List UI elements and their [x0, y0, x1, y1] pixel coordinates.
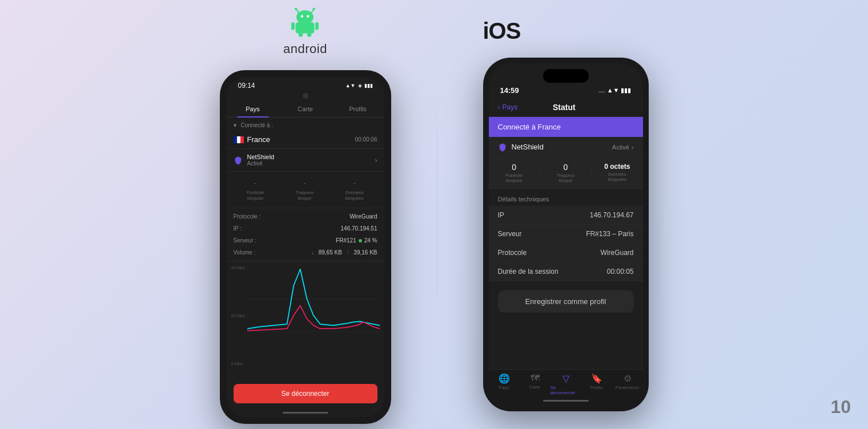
version-badge: 10: [830, 396, 851, 418]
svg-rect-10: [299, 33, 303, 37]
server-value: FR#121 24 %: [336, 237, 377, 244]
ios-session-value: 00:00:05: [607, 268, 634, 276]
android-disconnect-button[interactable]: Se déconnecter: [234, 384, 377, 403]
android-time: 09:14: [238, 82, 255, 90]
ios-stat-data: 0 octets Donnéesbloquées: [592, 163, 642, 184]
ios-netshield-left: NetShield: [498, 143, 544, 152]
server-row: Serveur : FR#121 24 %: [227, 234, 384, 246]
y-label-bot: 0 KB/s: [231, 362, 246, 366]
android-stats-row: - Publicitébloquée - Traqueurbloqué - Do…: [227, 172, 384, 208]
arrow-right-icon: ›: [375, 156, 377, 164]
android-chart: 40 KB/s 20 KB/s 0 KB/s: [227, 261, 384, 379]
shield-icon: [234, 156, 243, 165]
android-status-bar: 09:14 ▲▼ ◈ ▮▮▮: [227, 77, 384, 92]
android-home-indicator: [227, 408, 384, 417]
protocol-row: Protocole : WireGuard: [227, 211, 384, 222]
ios-ip-label: IP: [498, 211, 504, 219]
android-tabs[interactable]: Pays Carte Profils: [227, 101, 384, 118]
ios-connected-banner: Connecté à France: [489, 117, 643, 137]
ios-status-bar: 14:59 .... ▲▼ ▮▮▮: [489, 85, 643, 98]
tab-pays-android[interactable]: Pays: [227, 101, 279, 117]
france-flag-icon: [234, 136, 244, 143]
ios-protocol-value: WireGuard: [600, 249, 633, 257]
android-netshield-row[interactable]: NetShield Activé ›: [227, 148, 384, 172]
tab-settings-label: Paramètres: [616, 385, 639, 390]
volume-value: ↓ 89,65 KB ↑ 39,16 KB: [311, 249, 377, 256]
protocol-label: Protocole :: [234, 213, 261, 220]
ios-section: iOS 14:59 .... ▲▼ ▮▮▮ ‹ Pays Statut: [483, 18, 649, 411]
tab-profils-ios[interactable]: 🔖 Profils: [581, 373, 612, 395]
volume-down: 89,65 KB: [319, 249, 342, 256]
svg-point-6: [307, 15, 310, 18]
tab-settings-ios[interactable]: ⚙ Paramètres: [612, 373, 643, 395]
shield-icon-ios: [498, 143, 507, 152]
y-label-mid: 20 KB/s: [231, 314, 246, 318]
android-camera-area: [227, 92, 384, 101]
ios-detail-protocol: Protocole WireGuard: [489, 244, 643, 262]
tab-pays-ios[interactable]: 🌐 Pays: [489, 373, 520, 395]
ios-nav-header: ‹ Pays Statut: [489, 98, 643, 117]
ios-netshield-title: NetShield: [512, 143, 544, 151]
ios-save-profile-button[interactable]: Enregistrer comme profil: [498, 290, 634, 313]
stat-data-label: Donnéesbloquées: [345, 190, 364, 201]
ios-time: 14:59: [500, 86, 519, 95]
ios-server-label: Serveur: [498, 230, 522, 238]
y-label-top: 40 KB/s: [231, 266, 246, 270]
server-load-indicator: [359, 239, 362, 242]
ip-value: 146.70.194.51: [341, 225, 377, 232]
svg-point-1: [295, 8, 298, 11]
svg-point-4: [296, 10, 314, 24]
ios-home-indicator-bar: [543, 400, 589, 402]
ios-logo-area: iOS: [483, 18, 649, 44]
ios-tab-bar[interactable]: 🌐 Pays 🗺 Carte ▽ Se déconnecter 🔖 Profil…: [489, 369, 643, 396]
chart-svg: [247, 266, 380, 332]
ios-home-bar: [489, 396, 643, 406]
bookmark-icon: 🔖: [591, 373, 602, 384]
ios-netshield-right: Activé ›: [612, 144, 634, 151]
map-icon: 🗺: [531, 373, 540, 383]
ios-protocol-label: Protocole: [498, 249, 527, 257]
netshield-status-android: Activé: [247, 160, 275, 167]
ios-stat-trackers-value: 0: [564, 163, 568, 172]
ip-label: IP :: [234, 225, 242, 232]
ios-dynamic-island: [489, 63, 643, 85]
ios-status-icons: .... ▲▼ ▮▮▮: [598, 87, 631, 94]
globe-icon: 🌐: [499, 373, 510, 384]
ios-netshield-row[interactable]: NetShield Activé ›: [489, 137, 643, 158]
ios-server-value: FR#133 – Paris: [586, 230, 633, 238]
chevron-left-icon: ‹: [498, 103, 500, 111]
stat-trackers-android: - Traqueurbloqué: [295, 179, 314, 201]
svg-rect-8: [291, 22, 295, 30]
tab-disconnect-ios[interactable]: ▽ Se déconnecter: [550, 373, 581, 395]
tab-carte-android[interactable]: Carte: [279, 101, 332, 117]
netshield-info: NetShield Activé: [247, 153, 275, 167]
svg-rect-9: [315, 22, 319, 30]
svg-rect-11: [307, 33, 312, 37]
tab-profils-android[interactable]: Profils: [332, 101, 384, 117]
android-connected-section: ▾ Connecté à :: [227, 118, 384, 133]
android-status-icons: ▲▼ ◈ ▮▮▮: [345, 83, 373, 88]
ios-detail-ip: IP 146.70.194.67: [489, 206, 643, 225]
arrow-right-icon-ios: ›: [632, 144, 634, 151]
ios-back-button[interactable]: ‹ Pays: [498, 103, 518, 111]
android-info-rows: Protocole : WireGuard IP : 146.70.194.51…: [227, 208, 384, 261]
ios-platform-label: iOS: [483, 18, 521, 44]
android-camera-icon: [303, 93, 308, 99]
android-timer: 00:00:06: [355, 136, 377, 143]
android-country-name: France: [234, 135, 270, 144]
server-label: Serveur :: [234, 237, 257, 244]
stat-ads-value: -: [254, 179, 257, 188]
ios-stat-ads-label: Publicitébloquée: [505, 173, 523, 184]
stat-data-value: -: [353, 179, 356, 188]
protocol-value: WireGuard: [349, 213, 377, 220]
ios-stat-ads: 0 Publicitébloquée: [489, 163, 540, 184]
stat-ads-label: Publicitébloquée: [247, 190, 264, 201]
dynamic-island-pill: [543, 69, 589, 83]
volume-row: Volume : ↓ 89,65 KB ↑ 39,16 KB: [227, 246, 384, 258]
ios-session-label: Durée de la session: [498, 268, 558, 276]
stat-trackers-label: Traqueurbloqué: [295, 190, 314, 201]
tab-carte-ios[interactable]: 🗺 Carte: [520, 373, 550, 395]
ios-detail-server: Serveur FR#133 – Paris: [489, 225, 643, 244]
svg-rect-7: [296, 22, 315, 34]
android-country-row: France 00:00:06: [227, 133, 384, 148]
